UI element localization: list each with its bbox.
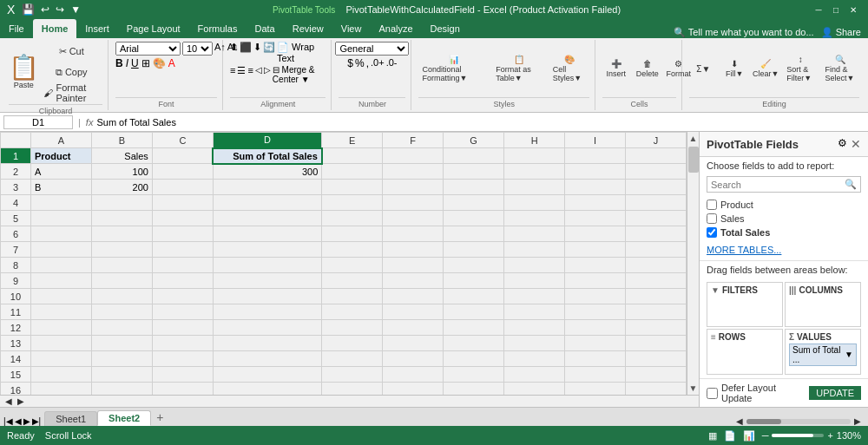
list-item[interactable]	[152, 351, 213, 367]
sheet-last-btn[interactable]: ▶|	[32, 416, 42, 426]
list-item[interactable]	[504, 304, 565, 320]
list-item[interactable]	[91, 304, 152, 320]
list-item[interactable]	[322, 226, 383, 242]
fill-btn[interactable]: ⬇ Fill▼	[720, 42, 748, 95]
close-btn[interactable]: ✕	[845, 3, 861, 16]
list-item[interactable]	[626, 304, 687, 320]
zoom-slider[interactable]	[772, 434, 824, 437]
list-item[interactable]	[626, 289, 687, 304]
list-item[interactable]	[322, 367, 383, 383]
list-item[interactable]	[383, 336, 444, 351]
col-header-c[interactable]: C	[152, 133, 213, 148]
list-item[interactable]	[213, 273, 321, 289]
scroll-up-arrow[interactable]: ▲	[689, 132, 698, 145]
pivot-area-item[interactable]: Sum of Total ...▼	[789, 344, 857, 366]
list-item[interactable]	[565, 273, 626, 289]
list-item[interactable]	[504, 226, 565, 242]
list-item[interactable]	[626, 273, 687, 289]
list-item[interactable]	[322, 164, 383, 180]
col-header-b[interactable]: B	[91, 133, 152, 148]
window-controls[interactable]: ─ □ ✕	[811, 3, 861, 16]
indent-increase-btn[interactable]: ▷	[264, 65, 271, 84]
list-item[interactable]	[91, 258, 152, 273]
pivot-more-tables-link[interactable]: MORE TABLES...	[700, 243, 868, 257]
decimal-increase-btn[interactable]: .0+	[371, 57, 385, 69]
list-item[interactable]	[626, 336, 687, 351]
list-item[interactable]	[91, 242, 152, 258]
list-item[interactable]	[444, 289, 504, 304]
list-item[interactable]	[91, 195, 152, 211]
pivot-area-values[interactable]: ΣVALUESSum of Total ...▼	[785, 329, 861, 376]
col-header-e[interactable]: E	[322, 133, 383, 148]
list-item[interactable]	[152, 320, 213, 336]
list-item[interactable]	[565, 258, 626, 273]
list-item[interactable]	[91, 211, 152, 226]
list-item[interactable]	[213, 336, 321, 351]
col-header-d[interactable]: D	[213, 133, 321, 148]
list-item[interactable]	[504, 320, 565, 336]
col-header-j[interactable]: J	[626, 133, 687, 148]
list-item[interactable]: Sum of Total Sales	[213, 148, 321, 164]
sheet-tab-sheet2[interactable]: Sheet2	[97, 410, 151, 426]
list-item[interactable]	[152, 258, 213, 273]
list-item[interactable]	[152, 273, 213, 289]
ribbon-tab-review[interactable]: Review	[284, 19, 332, 38]
fill-color-btn[interactable]: 🎨	[153, 57, 166, 69]
list-item[interactable]	[30, 304, 91, 320]
font-family-select[interactable]: Arial	[115, 42, 181, 56]
currency-btn[interactable]: $	[347, 57, 353, 69]
list-item[interactable]	[213, 320, 321, 336]
list-item[interactable]	[383, 164, 444, 180]
col-header-a[interactable]: A	[30, 133, 91, 148]
list-item[interactable]: 200	[91, 180, 152, 195]
list-item[interactable]	[565, 336, 626, 351]
list-item[interactable]	[444, 195, 504, 211]
list-item[interactable]	[626, 195, 687, 211]
list-item[interactable]	[322, 304, 383, 320]
list-item[interactable]	[444, 164, 504, 180]
undo-qa-btn[interactable]: ↩	[39, 3, 51, 16]
wrap-text-btn[interactable]: 📄 Wrap Text	[277, 42, 326, 63]
list-item[interactable]	[152, 242, 213, 258]
formula-input[interactable]	[96, 117, 865, 128]
ribbon-tab-insert[interactable]: Insert	[76, 19, 118, 38]
list-item[interactable]	[565, 367, 626, 383]
list-item[interactable]	[444, 211, 504, 226]
list-item[interactable]	[444, 242, 504, 258]
list-item[interactable]	[383, 304, 444, 320]
ribbon-tab-design[interactable]: Design	[422, 19, 469, 38]
list-item[interactable]	[565, 195, 626, 211]
list-item[interactable]	[444, 148, 504, 164]
list-item[interactable]	[30, 383, 91, 396]
list-item[interactable]	[30, 273, 91, 289]
list-item[interactable]	[444, 304, 504, 320]
sheet-next-btn[interactable]: ▶	[23, 416, 30, 426]
delete-btn[interactable]: 🗑 Delete	[634, 42, 661, 95]
cut-btn[interactable]: ✂ Cut	[40, 42, 102, 61]
bold-btn[interactable]: B	[115, 57, 123, 69]
ribbon-tab-view[interactable]: View	[332, 19, 371, 38]
scroll-right-btn[interactable]: ▶	[16, 396, 26, 406]
insert-btn[interactable]: ➕ Insert	[602, 42, 630, 95]
italic-btn[interactable]: I	[126, 57, 128, 69]
tell-me-input[interactable]: 🔍 Tell me what you want to do...	[674, 27, 814, 38]
h-scrollbar-thumb[interactable]	[746, 419, 781, 424]
list-item[interactable]	[322, 351, 383, 367]
save-qa-btn[interactable]: 💾	[20, 3, 36, 16]
list-item[interactable]	[565, 211, 626, 226]
list-item[interactable]: 100	[91, 164, 152, 180]
list-item[interactable]	[565, 148, 626, 164]
list-item[interactable]	[504, 211, 565, 226]
zoom-out-btn[interactable]: ─	[762, 430, 769, 441]
align-right-btn[interactable]: ≡	[247, 65, 253, 84]
redo-qa-btn[interactable]: ↪	[54, 3, 66, 16]
list-item[interactable]	[626, 211, 687, 226]
list-item[interactable]	[626, 242, 687, 258]
list-item[interactable]	[383, 148, 444, 164]
align-top-btn[interactable]: ⬆	[230, 42, 238, 63]
list-item[interactable]	[213, 180, 321, 195]
copy-btn[interactable]: ⧉ Copy	[40, 62, 102, 82]
list-item[interactable]: Product	[30, 148, 91, 164]
list-item[interactable]	[626, 367, 687, 383]
share-btn[interactable]: 👤 Share	[821, 27, 861, 38]
